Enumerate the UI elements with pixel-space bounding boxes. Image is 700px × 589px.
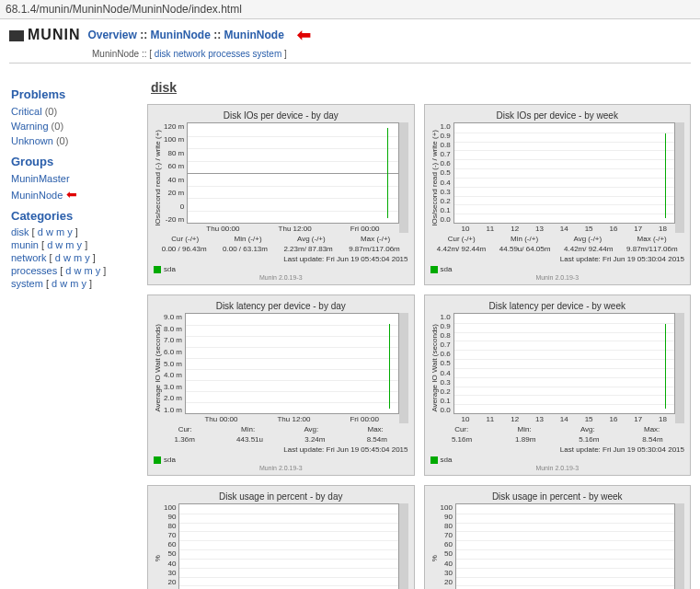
- sidebar-group-muninmaster[interactable]: MuninMaster: [11, 173, 70, 184]
- address-bar[interactable]: 68.1.4/munin/MuninNode/MuninNode/index.h…: [0, 0, 700, 19]
- period-processes-w[interactable]: w: [75, 265, 82, 276]
- legend-label: sda: [441, 456, 453, 464]
- chart-title: Disk usage in percent - by week: [430, 491, 685, 502]
- sublink-processes[interactable]: processes: [208, 49, 250, 59]
- sidebar: Problems Critical (0)Warning (0)Unknown …: [0, 71, 147, 589]
- section-title: disk: [151, 80, 691, 95]
- chart-title: Disk latency per device - by week: [430, 301, 685, 311]
- period-munin-m[interactable]: m: [65, 239, 74, 250]
- chart-title: Disk IOs per device - by day: [154, 110, 408, 121]
- breadcrumb-node1[interactable]: MuninNode: [151, 29, 211, 41]
- sidebar-group-muninnode[interactable]: MuninNode: [11, 190, 63, 201]
- yaxis-label: IOs/second read (-) / write (+): [430, 130, 439, 226]
- period-network-y[interactable]: y: [85, 252, 90, 263]
- sidebar-problem-critical[interactable]: Critical: [11, 106, 42, 117]
- munin-logo: MUNIN: [9, 27, 80, 43]
- chart-panel-0[interactable]: Disk IOs per device - by day IOs/second …: [147, 104, 415, 285]
- chart-plot: [185, 313, 398, 414]
- chart-footer: Munin 2.0.19-3: [430, 274, 685, 281]
- legend-label: sda: [164, 456, 176, 464]
- yaxis-label: IOs/second read (-) / write (+): [154, 130, 162, 226]
- legend-label: sda: [164, 265, 176, 273]
- period-munin-y[interactable]: y: [77, 239, 83, 250]
- sidebar-cat-munin[interactable]: munin: [11, 239, 39, 250]
- side-strip: [399, 313, 408, 423]
- chart-footer: Munin 2.0.19-3: [154, 274, 408, 281]
- sidebar-cat-network[interactable]: network: [11, 252, 47, 263]
- side-strip: [675, 503, 684, 589]
- yaxis-label: Average IO Wait (seconds): [430, 324, 439, 412]
- breadcrumb: Overview :: MuninNode :: MuninNode: [87, 29, 283, 41]
- period-processes-m[interactable]: m: [85, 265, 93, 276]
- sidebar-problems-h: Problems: [11, 87, 138, 101]
- period-system-y[interactable]: y: [81, 278, 86, 289]
- sublink-disk[interactable]: disk: [155, 49, 171, 59]
- side-strip: [399, 503, 408, 589]
- sidebar-cat-processes[interactable]: processes: [11, 265, 57, 276]
- chart-panel-5[interactable]: Disk usage in percent - by week % 100908…: [424, 485, 692, 589]
- chart-title: Disk IOs per device - by week: [430, 110, 685, 121]
- sidebar-cat-disk[interactable]: disk: [11, 226, 29, 237]
- period-network-m[interactable]: m: [74, 252, 82, 263]
- period-munin-d[interactable]: d: [47, 239, 52, 250]
- period-disk-w[interactable]: w: [46, 226, 53, 237]
- chart-panel-2[interactable]: Disk latency per device - by day Average…: [147, 294, 415, 476]
- sidebar-groups-h: Groups: [11, 155, 138, 168]
- chart-plot: [187, 122, 398, 224]
- chart-plot: [453, 313, 675, 414]
- period-processes-d[interactable]: d: [65, 265, 71, 276]
- chart-panel-1[interactable]: Disk IOs per device - by week IOs/second…: [424, 104, 692, 285]
- sidebar-problem-unknown[interactable]: Unknown: [11, 135, 53, 146]
- yaxis-label: %: [430, 555, 439, 561]
- chart-panel-4[interactable]: Disk usage in percent - by day % 1009080…: [147, 485, 415, 589]
- yaxis-label: %: [154, 555, 162, 561]
- sublink-system[interactable]: system: [253, 49, 282, 59]
- period-disk-y[interactable]: y: [67, 226, 73, 237]
- main-content: disk Disk IOs per device - by day IOs/se…: [147, 71, 700, 589]
- side-strip: [675, 122, 684, 233]
- sidebar-problem-warning[interactable]: Warning: [11, 121, 49, 132]
- period-network-d[interactable]: d: [55, 252, 61, 263]
- sublink-network[interactable]: network: [173, 49, 205, 59]
- side-strip: [675, 313, 684, 423]
- chart-title: Disk latency per device - by day: [154, 301, 408, 311]
- sidebar-cat-system[interactable]: system: [11, 278, 43, 289]
- period-system-w[interactable]: w: [60, 278, 67, 289]
- sub-links: MuninNode :: [ disk network processes sy…: [92, 49, 691, 59]
- chart-footer: Munin 2.0.19-3: [154, 465, 408, 471]
- period-network-w[interactable]: w: [63, 252, 71, 263]
- breadcrumb-overview[interactable]: Overview: [87, 29, 136, 41]
- sidebar-categories-h: Categories: [11, 209, 138, 223]
- chart-plot: [178, 503, 398, 589]
- period-disk-m[interactable]: m: [56, 226, 64, 237]
- chart-title: Disk usage in percent - by day: [154, 491, 408, 502]
- legend-label: sda: [441, 265, 453, 273]
- period-disk-d[interactable]: d: [38, 226, 43, 237]
- chart-plot: [453, 122, 675, 224]
- period-processes-y[interactable]: y: [96, 265, 101, 276]
- arrow-icon: ⬅: [297, 25, 311, 45]
- breadcrumb-node2[interactable]: MuninNode: [224, 29, 284, 41]
- period-system-m[interactable]: m: [70, 278, 78, 289]
- side-strip: [399, 122, 408, 233]
- yaxis-label: Average IO Wait (seconds): [154, 324, 162, 412]
- chart-plot: [455, 503, 675, 589]
- chart-footer: Munin 2.0.19-3: [430, 465, 685, 471]
- period-munin-w[interactable]: w: [55, 239, 63, 250]
- chart-panel-3[interactable]: Disk latency per device - by week Averag…: [424, 294, 692, 476]
- arrow-icon: ⬅: [66, 187, 77, 202]
- period-system-d[interactable]: d: [52, 278, 57, 289]
